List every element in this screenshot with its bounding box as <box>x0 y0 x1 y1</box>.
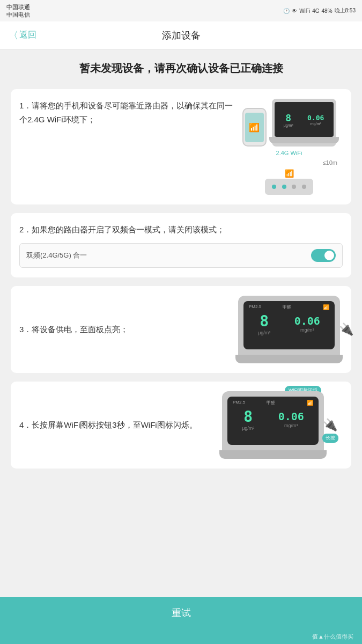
step4-power-plug-icon: 🔌 <box>323 418 337 432</box>
signal-icon: 4G <box>312 8 319 14</box>
step1-section: 1．请将您的手机和设备尽可能靠近路由器，以确保其在同一个2.4G WiFi环境下… <box>11 89 351 204</box>
large-monitor-body: PM2.5 甲醛 📶 8 μg/m³ <box>238 296 340 355</box>
step4-illustration: WiFi图标闪烁 PM2.5 甲醛 📶 <box>219 391 327 459</box>
lm-pm25-group: 8 μg/m³ <box>258 312 270 335</box>
step4-hcho-unit: mg/m³ <box>284 423 298 428</box>
router-wifi-signal: 📶 <box>285 169 294 178</box>
status-icons: 🕐 👁 WiFi 4G 48% 晚上8:53 <box>283 7 356 14</box>
step3-illustration: PM2.5 甲醛 📶 8 μg/m³ <box>235 296 343 363</box>
step1-top-row: 📶 8 μg/m³ 0.06 <box>242 99 336 147</box>
battery-label: 48% <box>322 8 333 14</box>
step4-monitor-screen: PM2.5 甲醛 📶 8 μg/m³ <box>227 397 319 445</box>
long-press-badge: 长按 <box>322 434 338 443</box>
step4-hcho-value: 0.06 <box>278 410 304 423</box>
back-chevron-icon: 〈 <box>9 29 18 42</box>
nav-bar: 〈 返回 添加设备 <box>0 21 362 49</box>
time-label: 晚上8:53 <box>335 7 356 14</box>
small-monitor-group: 8 μg/m³ 0.06 mg/m³ <box>272 99 336 147</box>
dual-band-label: 双频(2.4G/5G) 合一 <box>26 251 87 260</box>
monitor-pm25-group: 8 μg/m³ <box>284 112 293 127</box>
step4-monitor-stand <box>219 450 327 459</box>
step1-text: 1．请将您的手机和设备尽可能靠近路由器，以确保其在同一个2.4G WiFi环境下… <box>19 99 235 126</box>
step3-row: 3．将设备供电，至面板点亮； PM2.5 甲醛 📶 <box>19 296 343 363</box>
headline-text: 暂未发现设备，请再次确认设备已正确连接 <box>11 60 351 76</box>
lm-values-row: 8 μg/m³ 0.06 mg/m³ <box>249 312 329 335</box>
monitor-hcho-group: 0.06 mg/m³ <box>307 114 324 126</box>
lm-hcho-label: 甲醛 <box>283 304 291 310</box>
large-monitor-stand <box>235 355 343 363</box>
clock-icon: 🕐 <box>283 8 290 14</box>
step2-section: 2．如果您的路由器开启了双频合一模式，请关闭该模式； 双频(2.4G/5G) 合… <box>11 213 351 277</box>
step4-lm-top-row: PM2.5 甲醛 📶 <box>233 400 313 406</box>
router-dot-1 <box>272 185 276 189</box>
monitor-pm25-label: μg/m³ <box>284 123 293 127</box>
step4-hcho-group: 0.06 mg/m³ <box>278 410 304 428</box>
lm-hcho-group: 0.06 mg/m³ <box>294 314 320 333</box>
phone-wifi-icon: 📶 <box>249 122 260 133</box>
power-plug-icon: 🔌 <box>339 323 353 336</box>
lm-pm25-value: 8 <box>260 312 269 330</box>
lm-pm25-label: PM2.5 <box>249 304 261 310</box>
watermark-text: 值▲什么值得买 <box>312 633 353 641</box>
large-monitor-screen: PM2.5 甲醛 📶 8 μg/m³ <box>243 301 335 349</box>
lm-pm25-unit: μg/m³ <box>258 330 270 335</box>
step4-pm25-group: 8 μg/m³ <box>242 408 254 431</box>
lm-labels: PM2.5 甲醛 <box>249 304 291 310</box>
step4-lm-labels: PM2.5 甲醛 <box>233 400 275 406</box>
step4-text1: 4．长按屏幕WiFi图标按钮3秒，至WiFi图标闪烁。 <box>19 418 215 432</box>
distance-label: ≤10m <box>235 159 343 166</box>
step4-text: 4．长按屏幕WiFi图标按钮3秒，至WiFi图标闪烁。 <box>19 418 215 432</box>
dual-band-toggle-row[interactable]: 双频(2.4G/5G) 合一 <box>19 243 343 268</box>
monitor-hcho-label: mg/m³ <box>311 122 321 126</box>
step4-pm25-label: PM2.5 <box>233 400 245 406</box>
lm-hcho-value: 0.06 <box>294 314 320 327</box>
monitor-base <box>269 137 339 143</box>
phone-screen: 📶 <box>245 113 264 142</box>
router-dot-3 <box>292 185 296 189</box>
main-content: 暂未发现设备，请再次确认设备已正确连接 1．请将您的手机和设备尽可能靠近路由器，… <box>0 49 362 597</box>
router-illustration: 📶 <box>265 169 313 195</box>
retry-button-label: 重试 <box>172 606 191 619</box>
wifi-icon: WiFi <box>299 8 310 14</box>
wifi-2g-label: 2.4G WiFi <box>276 150 302 156</box>
step2-text: 2．如果您的路由器开启了双频合一模式，请关闭该模式； <box>19 223 343 237</box>
page-title: 添加设备 <box>162 29 201 42</box>
step4-section: 4．长按屏幕WiFi图标按钮3秒，至WiFi图标闪烁。 WiFi图标闪烁 PM2… <box>11 382 351 469</box>
monitor-hcho-value: 0.06 <box>307 114 324 122</box>
step1-illustration: 📶 8 μg/m³ 0.06 <box>235 99 343 195</box>
step3-text: 3．将设备供电，至面板点亮； <box>19 323 231 336</box>
carrier2-label: 中国电信 <box>6 11 30 18</box>
watermark-bar: 值▲什么值得买 <box>0 629 362 644</box>
back-label: 返回 <box>19 30 36 41</box>
step1-content: 1．请将您的手机和设备尽可能靠近路由器，以确保其在同一个2.4G WiFi环境下… <box>19 99 343 195</box>
step4-large-monitor: PM2.5 甲醛 📶 8 μg/m³ <box>219 391 327 459</box>
step3-text-content: 3．将设备供电，至面板点亮； <box>19 323 231 336</box>
step4-pm25-value: 8 <box>243 408 253 426</box>
lm-top-row: PM2.5 甲醛 📶 <box>249 304 329 310</box>
step4-wifi-icon: 📶 <box>307 400 313 406</box>
carrier1-label: 中国联通 <box>6 3 30 11</box>
toggle-knob <box>324 251 334 260</box>
step3-section: 3．将设备供电，至面板点亮； PM2.5 甲醛 📶 <box>11 286 351 373</box>
small-monitor-device: 8 μg/m³ 0.06 mg/m³ <box>272 99 336 147</box>
status-bar: 中国联通 中国电信 🕐 👁 WiFi 4G 48% 晚上8:53 <box>0 0 362 21</box>
router-body <box>265 179 313 195</box>
step4-values-row: 8 μg/m³ 0.06 mg/m³ <box>233 408 313 431</box>
lm-wifi-icon: 📶 <box>323 304 329 310</box>
lm-hcho-unit: mg/m³ <box>300 327 314 333</box>
dual-band-toggle[interactable] <box>311 249 336 262</box>
eye-icon: 👁 <box>292 8 297 14</box>
back-button[interactable]: 〈 返回 <box>9 29 36 42</box>
large-monitor: PM2.5 甲醛 📶 8 μg/m³ <box>235 296 343 363</box>
router-dot-4 <box>302 185 306 189</box>
retry-button[interactable]: 重试 <box>0 597 362 629</box>
monitor-pm25-value: 8 <box>285 112 291 123</box>
small-monitor-screen: 8 μg/m³ 0.06 mg/m³ <box>275 102 334 137</box>
carrier-info: 中国联通 中国电信 <box>6 3 30 19</box>
step4-monitor-body: PM2.5 甲醛 📶 8 μg/m³ <box>222 391 324 450</box>
step4-pm25-unit: μg/m³ <box>242 426 254 431</box>
phone-device: 📶 <box>242 108 267 147</box>
step4-row: 4．长按屏幕WiFi图标按钮3秒，至WiFi图标闪烁。 WiFi图标闪烁 PM2… <box>19 391 343 459</box>
step4-hcho-label: 甲醛 <box>267 400 275 406</box>
router-dot-2 <box>282 185 286 189</box>
